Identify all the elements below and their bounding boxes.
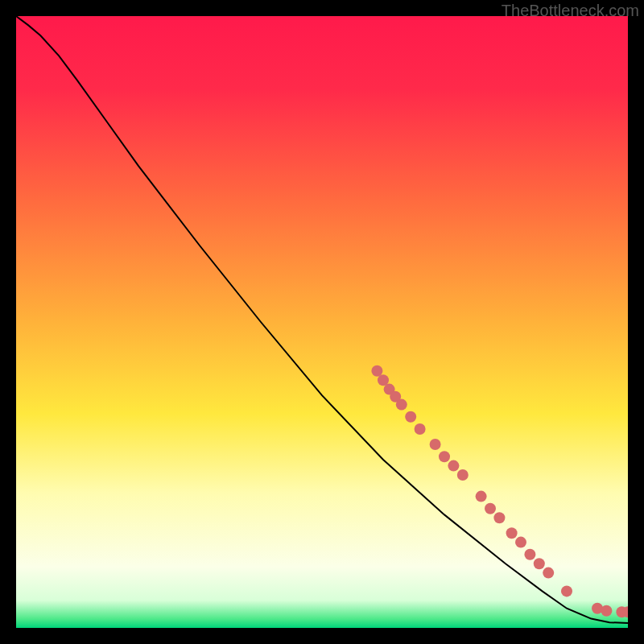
marker-point	[439, 451, 450, 462]
chart-background	[16, 16, 628, 628]
marker-point	[396, 399, 407, 411]
marker-point	[430, 439, 441, 450]
marker-point	[515, 537, 526, 548]
marker-point	[601, 605, 612, 617]
marker-point	[448, 460, 459, 472]
marker-point	[405, 411, 416, 423]
marker-point	[485, 503, 496, 514]
marker-point	[506, 527, 518, 539]
chart-plot-area	[16, 16, 628, 628]
marker-point	[534, 558, 545, 569]
marker-point	[524, 549, 535, 560]
marker-point	[493, 512, 505, 523]
marker-point	[371, 365, 382, 377]
marker-point	[543, 568, 554, 579]
marker-point	[415, 423, 426, 435]
chart-svg	[16, 16, 628, 628]
marker-point	[457, 469, 469, 481]
marker-point	[561, 585, 572, 597]
chart-stage: TheBottleneck.com	[0, 0, 644, 644]
marker-point	[378, 374, 389, 386]
marker-point	[476, 491, 487, 502]
